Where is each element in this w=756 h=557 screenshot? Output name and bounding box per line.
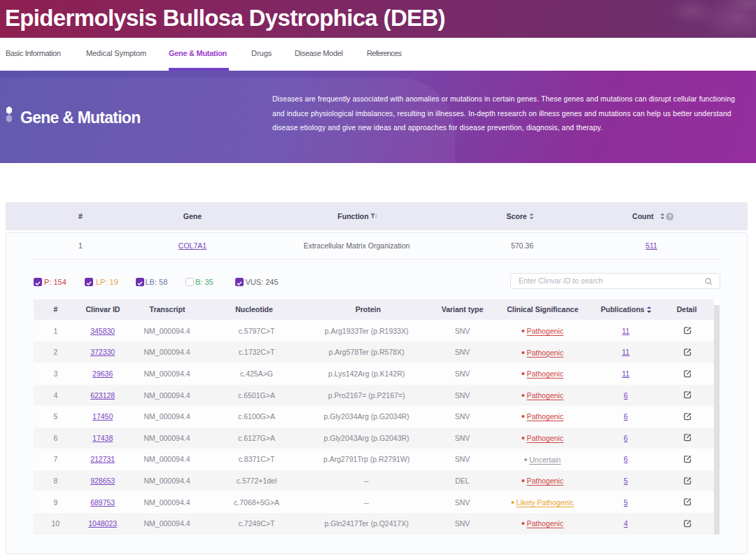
svg-text:?: ? [668,213,672,220]
